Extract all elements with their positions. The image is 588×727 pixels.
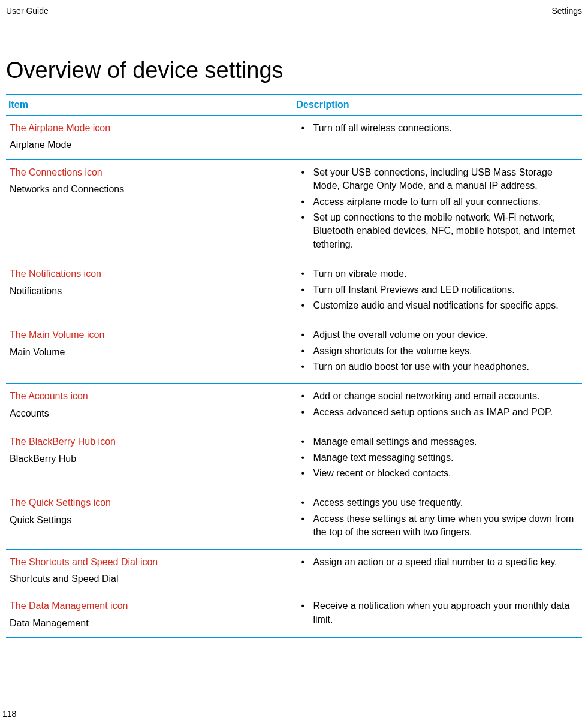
table-row: The Data Management iconData ManagementR… [6,593,582,638]
item-name: Accounts [10,407,291,420]
description-item: Manage text messaging settings. [298,451,579,464]
item-name: Quick Settings [10,514,291,527]
item-icon-label: The Connections icon [10,166,291,179]
cell-item: The Data Management iconData Management [6,593,294,638]
table-row: The Airplane Mode iconAirplane ModeTurn … [6,116,582,160]
item-icon-label: The Shortcuts and Speed Dial icon [10,556,291,569]
cell-item: The Quick Settings iconQuick Settings [6,490,294,549]
item-icon-label: The Notifications icon [10,267,291,280]
cell-description: Manage email settings and messages.Manag… [294,429,583,490]
settings-table: Item Description The Airplane Mode iconA… [6,94,582,638]
cell-item: The Connections iconNetworks and Connect… [6,159,294,261]
page-number: 118 [2,709,16,719]
item-icon-label: The Accounts icon [10,390,291,403]
description-item: Set your USB connections, including USB … [298,166,579,193]
description-list: Add or change social networking and emai… [298,390,579,419]
description-item: Receive a notification when you approach… [298,599,579,626]
table-row: The Main Volume iconMain VolumeAdjust th… [6,322,582,384]
item-name: Data Management [10,617,291,630]
description-item: Add or change social networking and emai… [298,390,579,403]
description-item: Set up connections to the mobile network… [298,211,579,251]
table-row: The Quick Settings iconQuick SettingsAcc… [6,490,582,549]
cell-description: Assign an action or a speed dial number … [294,549,583,593]
description-item: Customize audio and visual notifications… [298,299,579,312]
cell-description: Add or change social networking and emai… [294,384,583,429]
description-list: Manage email settings and messages.Manag… [298,435,579,480]
description-item: Access settings you use frequently. [298,496,579,509]
description-item: Access airplane mode to turn off all you… [298,195,579,209]
th-description: Description [294,95,583,116]
cell-description: Access settings you use frequently.Acces… [294,490,583,549]
description-item: View recent or blocked contacts. [298,467,579,480]
cell-item: The BlackBerry Hub iconBlackBerry Hub [6,429,294,490]
description-item: Adjust the overall volume on your device… [298,328,579,342]
cell-item: The Notifications iconNotifications [6,261,294,322]
description-list: Set your USB connections, including USB … [298,166,579,251]
description-list: Receive a notification when you approach… [298,599,579,626]
table-row: The Notifications iconNotificationsTurn … [6,261,582,322]
description-list: Turn on vibrate mode.Turn off Instant Pr… [298,267,579,312]
cell-item: The Main Volume iconMain Volume [6,322,294,384]
cell-item: The Accounts iconAccounts [6,384,294,429]
th-item: Item [6,95,294,116]
description-list: Assign an action or a speed dial number … [298,556,579,569]
cell-description: Set your USB connections, including USB … [294,159,583,261]
item-icon-label: The Main Volume icon [10,328,291,342]
description-list: Adjust the overall volume on your device… [298,328,579,373]
description-list: Access settings you use frequently.Acces… [298,496,579,539]
table-row: The Accounts iconAccountsAdd or change s… [6,384,582,429]
description-item: Access these settings at any time when y… [298,512,579,539]
item-name: Airplane Mode [10,138,291,152]
header-right: Settings [551,6,582,16]
cell-description: Turn off all wireless connections. [294,116,583,160]
description-item: Assign an action or a speed dial number … [298,556,579,569]
item-name: Notifications [10,285,291,298]
cell-description: Adjust the overall volume on your device… [294,322,583,384]
item-name: Main Volume [10,346,291,359]
item-name: Networks and Connections [10,183,291,196]
cell-description: Receive a notification when you approach… [294,593,583,638]
table-row: The BlackBerry Hub iconBlackBerry HubMan… [6,429,582,490]
description-item: Turn off Instant Previews and LED notifi… [298,283,579,297]
page-title: Overview of device settings [6,58,582,83]
item-icon-label: The Airplane Mode icon [10,122,291,135]
header-left: User Guide [6,6,49,16]
item-icon-label: The BlackBerry Hub icon [10,435,291,448]
item-name: Shortcuts and Speed Dial [10,572,291,586]
description-item: Turn on audio boost for use with your he… [298,360,579,373]
description-list: Turn off all wireless connections. [298,122,579,135]
description-item: Turn off all wireless connections. [298,122,579,135]
description-item: Turn on vibrate mode. [298,267,579,280]
item-icon-label: The Quick Settings icon [10,496,291,509]
item-name: BlackBerry Hub [10,453,291,466]
item-icon-label: The Data Management icon [10,599,291,613]
cell-description: Turn on vibrate mode.Turn off Instant Pr… [294,261,583,322]
description-item: Manage email settings and messages. [298,435,579,448]
description-item: Access advanced setup options such as IM… [298,406,579,419]
cell-item: The Shortcuts and Speed Dial iconShortcu… [6,549,294,593]
cell-item: The Airplane Mode iconAirplane Mode [6,116,294,160]
description-item: Assign shortcuts for the volume keys. [298,345,579,358]
table-row: The Shortcuts and Speed Dial iconShortcu… [6,549,582,593]
table-row: The Connections iconNetworks and Connect… [6,159,582,261]
